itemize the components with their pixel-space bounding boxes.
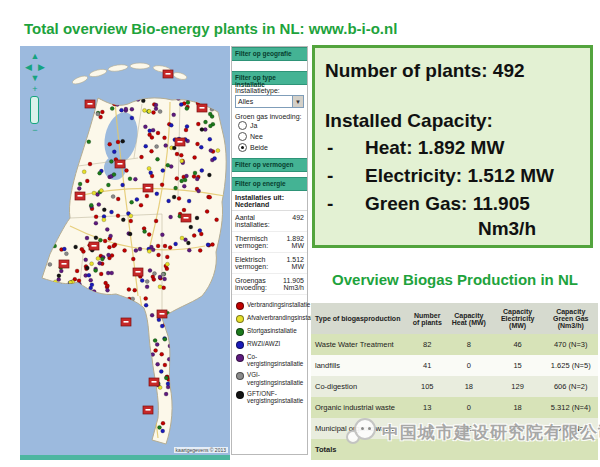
groengas-label: Groen gas invoeding: xyxy=(232,111,307,120)
col-heat: Capacity Heat (MW) xyxy=(446,303,492,334)
stats-title: Installaties uit: Nederland xyxy=(232,191,307,211)
radio-beide[interactable]: Beide xyxy=(232,142,307,153)
section-header-type-installatie[interactable]: Filter op type installatie xyxy=(232,71,307,85)
legend-item: Co-vergistingsinstallatie xyxy=(234,351,305,369)
watermark-text: 中国城市建设研究院有限公司 xyxy=(382,421,600,444)
yellow-dot-icon xyxy=(236,315,244,323)
watermark: 中国城市建设研究院有限公司 xyxy=(346,418,600,446)
radio-ja-label: Ja xyxy=(250,122,257,129)
table-header-row: Type of biogasproduction Number of plant… xyxy=(311,303,598,334)
map-canvas xyxy=(20,46,230,450)
green-dot-icon xyxy=(236,328,244,336)
pan-right-icon[interactable]: ▶ xyxy=(38,63,45,72)
legend-label: Stortgasinstallatie xyxy=(247,327,297,334)
dash: - xyxy=(325,137,365,159)
capacity-greengas-line: - Green Gas: 11.905 xyxy=(325,190,582,218)
page-title: Total overview Bio-energy plants in NL: … xyxy=(24,20,397,37)
col-type: Type of biogasproduction xyxy=(311,303,409,334)
legend-label: GFT/ONF-vergistingsinstallatie xyxy=(247,390,303,404)
col-number: Number of plants xyxy=(409,303,446,334)
legend-label: VGI-vergistingsinstallatie xyxy=(247,371,303,385)
installatietype-value: Alles xyxy=(236,98,253,105)
blue-dot-icon xyxy=(236,341,244,349)
map-navigation[interactable]: ▲ ◀▶ ▼ + − xyxy=(25,52,45,135)
legend-item: Stortgasinstallatie xyxy=(234,325,305,338)
legend-item: Verbrandingsinstallatie xyxy=(234,299,305,312)
stat-value: 11.905 Nm3/h xyxy=(268,277,304,291)
table-row: Organic industrial waste13 018 5.312 (N=… xyxy=(311,397,598,418)
chevron-down-icon[interactable]: ▼ xyxy=(292,96,303,107)
radio-nee-circle[interactable] xyxy=(238,132,247,141)
legend-item: GFT/ONF-vergistingsinstallatie xyxy=(234,388,305,406)
black-dot-icon xyxy=(236,391,244,399)
stat-label: Aantal installaties: xyxy=(235,214,275,228)
zoom-slider[interactable] xyxy=(30,96,39,124)
stat-label: Groengas invoeding: xyxy=(235,277,268,291)
netherlands-map[interactable]: ▲ ◀▶ ▼ + − kaartgegevens © 2013 xyxy=(20,46,230,460)
installatietype-label: Installatietype: xyxy=(232,85,307,94)
table-row: Co-digestion105 18129 606 (N=2) xyxy=(311,376,598,397)
pan-down-icon[interactable]: ▼ xyxy=(30,74,39,83)
installatietype-dropdown[interactable]: Alles ▼ xyxy=(235,95,304,108)
purple-dot-icon xyxy=(236,354,244,362)
radio-ja[interactable]: Ja xyxy=(232,120,307,131)
legend-item: VGI-vergistingsinstallatie xyxy=(234,369,305,387)
dash: - xyxy=(325,165,365,187)
legend-label: Verbrandingsinstallatie xyxy=(247,301,310,308)
map-legend: Verbrandingsinstallatie Afvalverbranding… xyxy=(232,295,307,410)
electricity-value: Electricity: 1.512 MW xyxy=(365,165,554,187)
radio-nee-label: Nee xyxy=(250,133,263,140)
spacer xyxy=(325,84,582,110)
pan-left-icon[interactable]: ◀ xyxy=(25,63,32,72)
stat-groengas: Groengas invoeding: 11.905 Nm3/h xyxy=(232,274,307,295)
legend-item: RWZI/AWZI xyxy=(234,338,305,351)
stat-label: Thermisch vermogen: xyxy=(235,235,273,249)
capacity-electricity-line: - Electricity: 1.512 MW xyxy=(325,162,582,190)
greengas-value: Green Gas: 11.905 xyxy=(365,193,530,215)
gray-dot-icon xyxy=(236,372,244,380)
stat-value: 1.892 MW xyxy=(273,235,304,249)
red-dot-icon xyxy=(236,302,244,310)
heat-value: Heat: 1.892 MW xyxy=(365,137,504,159)
zoom-out-icon[interactable]: − xyxy=(32,126,37,135)
legend-label: RWZI/AWZI xyxy=(247,340,280,347)
watermark-logo-icon xyxy=(346,418,376,446)
stat-label: Elektrisch vermogen: xyxy=(235,256,273,270)
legend-label: Co-vergistingsinstallatie xyxy=(247,353,303,367)
stat-elektrisch: Elektrisch vermogen: 1.512 MW xyxy=(232,253,307,274)
section-header-energie[interactable]: Filter op energie xyxy=(232,177,307,191)
zoom-in-icon[interactable]: + xyxy=(32,85,37,94)
capacity-heat-line: - Heat: 1.892 MW xyxy=(325,134,582,162)
col-greengas: Capacity Green Gas (Nm3/h) xyxy=(543,303,598,334)
dash: - xyxy=(325,193,365,215)
table-title: Overview Biogas Production in NL xyxy=(310,271,600,288)
radio-beide-label: Beide xyxy=(250,144,268,151)
stat-value: 492 xyxy=(292,214,304,228)
table-row: landfills41 015 1.625 (N=5) xyxy=(311,355,598,376)
radio-ja-circle[interactable] xyxy=(238,121,247,130)
stat-thermisch: Thermisch vermogen: 1.892 MW xyxy=(232,232,307,253)
radio-beide-circle[interactable] xyxy=(238,143,247,152)
section-header-geografie[interactable]: Filter op geografie xyxy=(232,47,307,61)
filter-sidebar: Filter op geografie Filter op type insta… xyxy=(231,46,308,455)
radio-nee[interactable]: Nee xyxy=(232,131,307,142)
legend-item: Afvalverbrandingsinstallatie xyxy=(234,312,305,325)
plants-count-line: Number of plants: 492 xyxy=(325,60,582,84)
summary-info-box: Number of plants: 492 Installed Capacity… xyxy=(312,45,593,248)
stat-value: 1.512 MW xyxy=(273,256,304,270)
geografie-empty-row xyxy=(232,61,307,71)
col-electricity: Capacity Electricity (MW) xyxy=(492,303,544,334)
table-row: Waste Water Treatment82 846 470 (N=3) xyxy=(311,334,598,355)
capacity-title: Installed Capacity: xyxy=(325,110,582,134)
map-attribution: kaartgegevens © 2013 xyxy=(174,447,228,453)
section-header-vermogen[interactable]: Filter op vermogen xyxy=(232,158,307,172)
pan-up-icon[interactable]: ▲ xyxy=(30,52,39,61)
greengas-unit: Nm3/h xyxy=(325,218,582,244)
stat-aantal: Aantal installaties: 492 xyxy=(232,211,307,232)
